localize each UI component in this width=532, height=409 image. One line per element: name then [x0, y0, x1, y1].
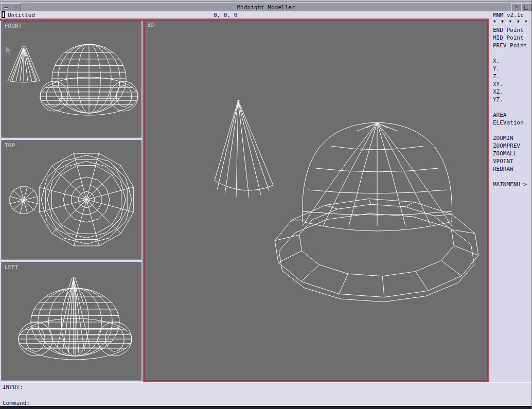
- menu-item-end-point[interactable]: END Point: [489, 26, 532, 34]
- menu-item-x[interactable]: X.: [489, 57, 532, 65]
- left-viewport-label: LEFT: [5, 264, 19, 271]
- menu-item-mainmenu[interactable]: MAINMENU=>: [489, 181, 532, 188]
- menu-item-z[interactable]: Z.: [489, 73, 532, 80]
- menu-item-redraw[interactable]: REDRAW: [489, 165, 532, 173]
- menu-item-spacer: [489, 49, 532, 57]
- titlebar[interactable]: ✕ Midnight Modeller ▼: [0, 2, 532, 12]
- menu-item-prev-point[interactable]: PREV Point: [489, 42, 532, 49]
- filename-label: Untitled: [8, 12, 35, 19]
- menu-item-elevation[interactable]: ELEVation: [489, 119, 532, 127]
- front-view-wireframe: [2, 21, 140, 137]
- left-view-wireframe: [2, 262, 140, 380]
- console-area: INPUT: Command:: [0, 382, 532, 406]
- app-version-label: MNM v2.1c: [493, 12, 524, 19]
- coordinate-readout: 0, 0, 0: [214, 12, 237, 19]
- menu-item-yz[interactable]: YZ.: [489, 96, 532, 103]
- front-viewport[interactable]: FRONT: [1, 21, 141, 138]
- minimize-button[interactable]: ▼: [511, 3, 522, 12]
- menu-item-zoomin[interactable]: ZOOMIN: [489, 134, 532, 142]
- top-viewport[interactable]: TOP: [1, 140, 141, 260]
- command-menu: * * * * * *END PointMID PointPREV PointX…: [489, 19, 532, 409]
- maximize-icon: [524, 6, 528, 10]
- menu-item-y[interactable]: Y.: [489, 65, 532, 73]
- status-strip: Untitled 0, 0, 0 MNM v2.1c: [0, 11, 532, 19]
- input-label: INPUT:: [3, 384, 23, 390]
- menu-item-area[interactable]: AREA: [489, 111, 532, 119]
- menu-item-vpoint[interactable]: VPOINT: [489, 157, 532, 165]
- top-view-wireframe: [2, 140, 140, 259]
- menu-item-spacer: [489, 127, 532, 134]
- menu-item-spacer: [489, 173, 532, 181]
- menu-item-zoomprev[interactable]: ZOOMPREV: [489, 142, 532, 150]
- minimize-icon: ▼: [516, 6, 518, 9]
- window-title: Midnight Modeller: [0, 4, 532, 11]
- window-resize-bar[interactable]: [0, 406, 532, 409]
- menu-item-: * * * * * *: [489, 19, 532, 26]
- menu-item-xy[interactable]: XY.: [489, 80, 532, 88]
- top-viewport-label: TOP: [5, 142, 15, 149]
- front-viewport-label: FRONT: [5, 23, 22, 29]
- maximize-button[interactable]: [521, 3, 531, 12]
- main-3d-viewport[interactable]: 3D: [143, 19, 489, 382]
- 3d-view-render: [144, 20, 488, 381]
- mouse-cursor: [5, 46, 15, 56]
- menu-item-mid-point[interactable]: MID Point: [489, 34, 532, 42]
- main-viewport-label: 3D: [147, 22, 154, 28]
- left-viewport[interactable]: LEFT: [1, 262, 141, 381]
- menu-item-xz[interactable]: XZ.: [489, 88, 532, 96]
- midnight-modeller-window: { "window": { "title": "Midnight Modelle…: [0, 0, 532, 409]
- menu-item-spacer: [489, 103, 532, 111]
- input-line[interactable]: INPUT:: [3, 384, 23, 390]
- menu-item-zoomall[interactable]: ZOOMALL: [489, 150, 532, 157]
- text-cursor: [2, 11, 5, 18]
